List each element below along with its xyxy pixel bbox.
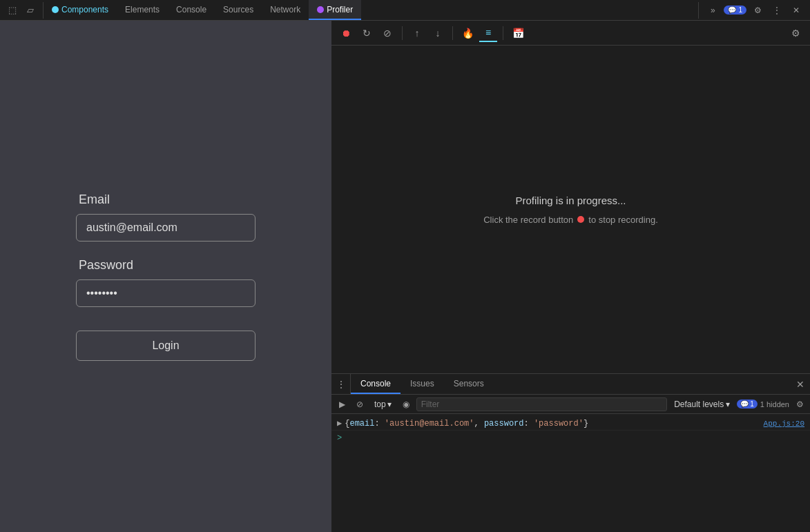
value-password: 'password' xyxy=(534,419,584,428)
main-area: Email Password Login ⏺ ↻ ⊘ ↑ ↓ 🔥 ≡ 📅 ⚙ xyxy=(0,21,810,532)
execute-script-button[interactable]: ▶ xyxy=(334,397,349,412)
punct-close: } xyxy=(584,419,588,428)
key-password: password xyxy=(484,419,524,428)
close-console-panel-icon[interactable]: ✕ xyxy=(791,374,810,394)
chat-badge-icon: 💬 xyxy=(740,400,749,408)
email-field[interactable] xyxy=(76,214,255,242)
profiling-status-subtitle: Click the record button to stop recordin… xyxy=(483,215,658,225)
punct-colon2: : xyxy=(524,419,534,428)
tab-console-panel[interactable]: Console xyxy=(351,374,401,394)
chat-icon: 💬 xyxy=(728,6,736,14)
console-toolbar: ▶ ⊘ top ▾ ◉ Default levels ▾ 💬 1 1 hidde… xyxy=(331,395,810,414)
context-selector[interactable]: top ▾ xyxy=(370,398,396,411)
export-button[interactable]: ↓ xyxy=(429,24,447,42)
devtools-tabs: Components Elements Console Sources Netw… xyxy=(44,0,698,20)
ranked-button[interactable]: ≡ xyxy=(479,24,497,42)
device-toolbar-icon[interactable]: ▱ xyxy=(22,2,39,19)
punct-colon1: : xyxy=(374,419,384,428)
profiler-toolbar: ⏺ ↻ ⊘ ↑ ↓ 🔥 ≡ 📅 ⚙ xyxy=(331,21,810,46)
console-log-line: ▶ {email: 'austin@email.com', password: … xyxy=(331,417,810,431)
eye-filter-button[interactable]: ◉ xyxy=(398,397,414,412)
app-panel: Email Password Login xyxy=(0,21,331,532)
toolbar-divider-3 xyxy=(503,26,503,40)
devtools-topbar-left: ⬚ ▱ xyxy=(0,2,44,19)
toolbar-divider-2 xyxy=(452,26,453,40)
more-options-icon[interactable]: ⋮ xyxy=(769,2,785,19)
stop-profiling-button[interactable]: ⊘ xyxy=(378,24,396,42)
tab-issues-panel[interactable]: Issues xyxy=(401,374,444,394)
flamegraph-button[interactable]: 🔥 xyxy=(459,24,476,42)
console-tabs-bar: ⋮ Console Issues Sensors ✕ xyxy=(331,374,810,395)
profiler-content: Profiling is in progress... Click the re… xyxy=(331,46,810,373)
close-devtools-icon[interactable]: ✕ xyxy=(788,2,804,19)
console-panel: ⋮ Console Issues Sensors ✕ ▶ ⊘ top ▾ xyxy=(331,373,810,532)
react-dot-icon xyxy=(52,6,59,13)
chevron-down-icon: ▾ xyxy=(726,400,730,409)
console-filter-input[interactable] xyxy=(416,397,667,411)
punct-comma: , xyxy=(474,419,483,428)
settings-icon[interactable]: ⚙ xyxy=(749,2,766,19)
devtools-topbar: ⬚ ▱ Components Elements Console Sources … xyxy=(0,0,810,21)
console-settings-icon[interactable]: ⚙ xyxy=(792,397,807,412)
tab-profiler[interactable]: Profiler xyxy=(309,0,361,20)
profiler-settings-button[interactable]: ⚙ xyxy=(787,24,804,42)
console-panel-menu-icon[interactable]: ⋮ xyxy=(331,374,351,394)
tab-sources[interactable]: Sources xyxy=(215,0,262,20)
import-button[interactable]: ↑ xyxy=(408,24,426,42)
record-button[interactable]: ⏺ xyxy=(337,24,355,42)
record-dot-icon xyxy=(577,216,584,223)
console-prompt-line: > xyxy=(331,431,810,446)
timeline-button[interactable]: 📅 xyxy=(509,24,527,42)
console-output: ▶ {email: 'austin@email.com', password: … xyxy=(331,414,810,532)
default-levels-button[interactable]: Default levels ▾ xyxy=(670,398,734,411)
inspect-element-icon[interactable]: ⬚ xyxy=(4,2,21,19)
value-email: 'austin@email.com' xyxy=(385,419,474,428)
tab-console[interactable]: Console xyxy=(168,0,215,20)
tab-elements[interactable]: Elements xyxy=(117,0,168,20)
login-form: Email Password Login xyxy=(76,193,255,361)
reload-button[interactable]: ↻ xyxy=(358,24,376,42)
stop-console-button[interactable]: ⊘ xyxy=(352,397,367,412)
expand-arrow-icon[interactable]: ▶ xyxy=(337,418,342,428)
key-email: email xyxy=(349,419,374,428)
devtools-panel: ⏺ ↻ ⊘ ↑ ↓ 🔥 ≡ 📅 ⚙ Profiling is in progre… xyxy=(331,21,810,532)
email-label: Email xyxy=(79,193,110,207)
console-prompt-icon[interactable]: > xyxy=(337,433,342,443)
console-line-content: {email: 'austin@email.com', password: 'p… xyxy=(345,419,760,428)
tab-sensors-panel[interactable]: Sensors xyxy=(444,374,494,394)
tab-components[interactable]: Components xyxy=(44,0,117,20)
password-label: Password xyxy=(79,258,133,273)
hidden-count-label: 1 hidden xyxy=(760,400,789,408)
toolbar-divider-1 xyxy=(402,26,403,40)
password-field[interactable] xyxy=(76,279,255,307)
tab-network[interactable]: Network xyxy=(262,0,309,20)
devtools-topbar-right: » 💬 1 ⚙ ⋮ ✕ xyxy=(698,2,810,19)
issues-badge[interactable]: 💬 1 xyxy=(724,6,746,14)
more-tabs-button[interactable]: » xyxy=(704,2,721,19)
profiling-status-title: Profiling is in progress... xyxy=(515,195,626,206)
login-button[interactable]: Login xyxy=(76,331,255,361)
console-source-link[interactable]: App.js:20 xyxy=(764,420,804,428)
chevron-down-icon: ▾ xyxy=(387,400,392,409)
console-issue-badge[interactable]: 💬 1 xyxy=(737,400,758,408)
profiler-dot-icon xyxy=(317,6,324,13)
